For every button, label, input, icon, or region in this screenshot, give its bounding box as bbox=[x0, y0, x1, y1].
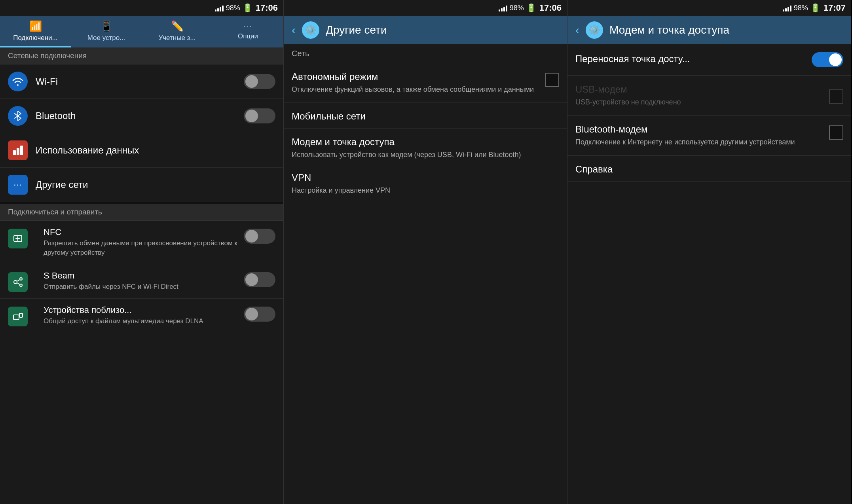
panel2-back-button[interactable]: ‹ bbox=[292, 23, 296, 37]
wifi-toggle[interactable] bbox=[244, 74, 275, 89]
nfc-icon bbox=[8, 229, 28, 248]
mobile-networks-title: Мобильные сети bbox=[292, 111, 559, 122]
bluetooth-toggle-knob bbox=[245, 110, 258, 122]
portable-hotspot-toggle-knob bbox=[829, 53, 842, 66]
tab-connections[interactable]: 📶 Подключени... bbox=[0, 16, 71, 47]
other-networks-item[interactable]: ··· Другие сети bbox=[0, 168, 283, 202]
svg-point-4 bbox=[14, 280, 17, 284]
svg-rect-9 bbox=[13, 315, 19, 320]
status-bar-3: 98% 🔋 17:07 bbox=[567, 0, 851, 16]
tab-options-label: Опции bbox=[238, 32, 258, 40]
autonomous-mode-checkbox[interactable] bbox=[545, 73, 559, 87]
network-section-header: Сетевые подключения bbox=[0, 47, 283, 64]
bluetooth-modem-text: Bluetooth-модем Подключение к Интернету … bbox=[575, 124, 823, 147]
sbeam-toggle[interactable] bbox=[244, 272, 275, 287]
tab-accounts-icon: ✏️ bbox=[171, 20, 184, 32]
panel-modem-hotspot: 98% 🔋 17:07 ‹ ⚙️ Модем и точка доступа П… bbox=[567, 0, 851, 504]
tab-accounts[interactable]: ✏️ Учетные з... bbox=[142, 16, 213, 47]
tab-accounts-label: Учетные з... bbox=[158, 34, 195, 42]
nfc-item[interactable]: NFC Разрешить обмен данными при прикосно… bbox=[0, 221, 283, 264]
sbeam-toggle-knob bbox=[245, 273, 258, 286]
autonomous-mode-item[interactable]: Автономный режим Отключение функций вызо… bbox=[284, 63, 567, 103]
data-usage-item[interactable]: Использование данных bbox=[0, 133, 283, 168]
nfc-text: NFC Разрешить обмен данными при прикосно… bbox=[44, 227, 244, 258]
battery-percent-2: 98% bbox=[510, 4, 524, 12]
bluetooth-modem-checkbox[interactable] bbox=[829, 125, 843, 140]
nfc-title: NFC bbox=[44, 227, 244, 237]
status-icons-1: 98% 🔋 bbox=[215, 3, 252, 13]
sbeam-item[interactable]: S Beam Отправить файлы через NFC и Wi-Fi… bbox=[0, 264, 283, 299]
wifi-item[interactable]: Wi-Fi bbox=[0, 64, 283, 99]
status-time-3: 17:07 bbox=[824, 3, 846, 13]
help-item[interactable]: Справка bbox=[567, 156, 851, 182]
mobile-networks-item[interactable]: Мобильные сети bbox=[284, 103, 567, 129]
modem-hotspot-title: Модем и точка доступа bbox=[292, 136, 559, 148]
status-bar-2: 98% 🔋 17:06 bbox=[284, 0, 567, 16]
other-networks-text: Другие сети bbox=[36, 179, 275, 190]
panel3-header: ‹ ⚙️ Модем и точка доступа bbox=[567, 16, 851, 44]
data-usage-icon bbox=[8, 140, 28, 160]
bluetooth-modem-subtitle: Подключение к Интернету не используется … bbox=[575, 137, 823, 147]
svg-line-7 bbox=[17, 280, 20, 281]
panel2-section-label: Сеть bbox=[284, 44, 567, 63]
nearby-toggle-knob bbox=[245, 308, 258, 320]
bluetooth-title: Bluetooth bbox=[36, 110, 244, 121]
nfc-toggle[interactable] bbox=[244, 229, 275, 244]
wifi-title: Wi-Fi bbox=[36, 76, 244, 87]
usb-modem-item[interactable]: USB-модем USB-устройство не подключено bbox=[567, 76, 851, 116]
status-time-1: 17:06 bbox=[256, 3, 278, 13]
other-networks-title: Другие сети bbox=[36, 179, 275, 190]
svg-point-6 bbox=[20, 284, 22, 286]
battery-percent-1: 98% bbox=[226, 4, 240, 12]
panel3-header-title: Модем и точка доступа bbox=[609, 24, 729, 36]
portable-hotspot-item[interactable]: Переносная точка досту... bbox=[567, 44, 851, 76]
tab-my-device[interactable]: 📱 Мое устро... bbox=[71, 16, 142, 47]
signal-icon-2 bbox=[499, 4, 507, 11]
tab-mydevice-icon: 📱 bbox=[100, 20, 113, 32]
panel2-header-icon: ⚙️ bbox=[302, 21, 319, 39]
bluetooth-icon bbox=[8, 106, 28, 126]
nfc-subtitle: Разрешить обмен данными при прикосновени… bbox=[44, 239, 244, 258]
bluetooth-toggle[interactable] bbox=[244, 108, 275, 123]
panel-connections: 98% 🔋 17:06 📶 Подключени... 📱 Мое устро.… bbox=[0, 0, 284, 504]
panel-other-networks: 98% 🔋 17:06 ‹ ⚙️ Другие сети Сеть Автоно… bbox=[284, 0, 567, 504]
tab-bar: 📶 Подключени... 📱 Мое устро... ✏️ Учетны… bbox=[0, 16, 283, 47]
autonomous-mode-subtitle: Отключение функций вызовов, а также обме… bbox=[292, 85, 539, 95]
usb-modem-text: USB-модем USB-устройство не подключено bbox=[575, 84, 823, 107]
nearby-toggle[interactable] bbox=[244, 307, 275, 322]
portable-hotspot-title: Переносная точка досту... bbox=[575, 53, 812, 64]
svg-rect-1 bbox=[17, 148, 19, 155]
nearby-subtitle: Общий доступ к файлам мультимедиа через … bbox=[44, 316, 244, 326]
wifi-toggle-knob bbox=[245, 75, 258, 88]
nearby-item[interactable]: Устройства поблизо... Общий доступ к фай… bbox=[0, 299, 283, 333]
usb-modem-subtitle: USB-устройство не подключено bbox=[575, 97, 823, 107]
tab-mydevice-label: Мое устро... bbox=[87, 34, 125, 42]
vpn-title: VPN bbox=[292, 172, 559, 183]
usb-modem-checkbox[interactable] bbox=[829, 89, 843, 104]
signal-icon-3 bbox=[783, 4, 791, 11]
panel3-back-button[interactable]: ‹ bbox=[575, 23, 579, 37]
bluetooth-item[interactable]: Bluetooth bbox=[0, 99, 283, 133]
data-usage-text: Использование данных bbox=[36, 145, 275, 156]
sbeam-icon bbox=[8, 272, 28, 292]
other-networks-icon: ··· bbox=[8, 175, 28, 195]
status-time-2: 17:06 bbox=[539, 3, 562, 13]
portable-hotspot-toggle[interactable] bbox=[812, 52, 843, 67]
tab-options[interactable]: ··· Опции bbox=[213, 16, 283, 47]
nearby-icon bbox=[8, 307, 28, 326]
svg-rect-0 bbox=[13, 150, 16, 155]
tab-connections-icon: 📶 bbox=[29, 20, 42, 32]
sbeam-title: S Beam bbox=[44, 271, 244, 281]
help-title: Справка bbox=[575, 164, 843, 175]
sbeam-text: S Beam Отправить файлы через NFC и Wi-Fi… bbox=[44, 271, 244, 292]
vpn-item[interactable]: VPN Настройка и управление VPN bbox=[284, 164, 567, 200]
svg-rect-2 bbox=[20, 146, 23, 155]
data-usage-title: Использование данных bbox=[36, 145, 275, 156]
tab-connections-label: Подключени... bbox=[13, 34, 58, 42]
svg-rect-10 bbox=[19, 313, 23, 317]
svg-point-5 bbox=[20, 278, 22, 280]
panel3-header-icon: ⚙️ bbox=[586, 21, 603, 39]
status-bar-1: 98% 🔋 17:06 bbox=[0, 0, 283, 16]
bluetooth-modem-item[interactable]: Bluetooth-модем Подключение к Интернету … bbox=[567, 116, 851, 155]
modem-hotspot-item[interactable]: Модем и точка доступа Использовать устро… bbox=[284, 129, 567, 164]
